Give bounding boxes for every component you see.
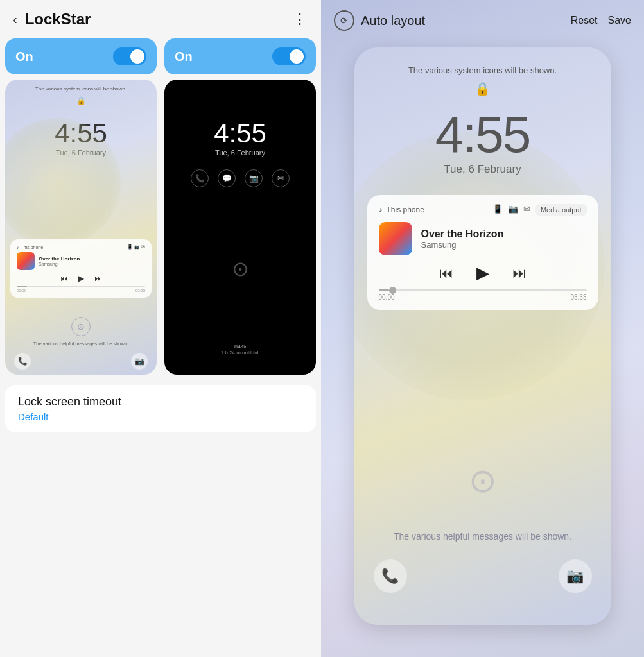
auto-layout-title: Auto layout [361, 13, 425, 28]
toggle-row: On On [0, 38, 321, 74]
mcl-mail-icon: ✉ [523, 204, 530, 216]
note-icon: ♪ [17, 245, 19, 250]
dark-preview[interactable]: 4:55 Tue, 6 February 📞 💬 📷 ✉ ⊙ 84% 1 h 2… [164, 80, 316, 375]
mcl-header: ♪ This phone 📱 📷 ✉ Media output [379, 204, 587, 216]
mcl-prev-icon[interactable]: ⏮ [439, 265, 453, 282]
refresh-icon: ⟳ [340, 15, 348, 26]
light-music-title: Over the Horizon [39, 256, 145, 262]
light-lock-icon: 🔒 [76, 96, 86, 105]
dark-fingerprint: ⊙ [232, 257, 249, 281]
auto-layout-icon: ⟳ [334, 10, 354, 31]
mcl-progress-dot [389, 287, 396, 294]
mcl-device-icon: 📱 [492, 204, 503, 216]
mcl-times: 00:00 03:33 [379, 294, 587, 301]
mcl-note-icon: ♪ [379, 205, 383, 214]
preview-row: The various system icons will be shown. … [0, 80, 321, 375]
light-music-source: ♪ This phone [17, 245, 43, 250]
light-top-message: The various system icons will be shown. [5, 86, 157, 92]
lock-timeout-section[interactable]: Lock screen timeout Default [5, 385, 316, 432]
lp-time: 4:55 [435, 105, 530, 164]
lp-date: Tue, 6 February [444, 163, 521, 176]
dark-battery-percent: 84% [164, 343, 316, 350]
lock-timeout-value[interactable]: Default [18, 411, 303, 422]
dark-cam-icon[interactable]: 📷 [245, 169, 263, 187]
light-fingerprint-hint: ⊙ [71, 317, 91, 336]
light-progress-fill [17, 286, 27, 287]
more-button[interactable]: ⋮ [293, 11, 308, 28]
mcl-info: Over the Horizon Samsung [421, 228, 587, 250]
right-header: ⟳ Auto layout Reset Save [321, 0, 644, 41]
next-icon[interactable]: ⏭ [94, 274, 102, 283]
light-music-controls: ⏮ ▶ ⏭ [17, 274, 145, 283]
back-button[interactable]: ‹ [13, 12, 17, 27]
mcl-source: ♪ This phone [379, 205, 424, 214]
large-phone-preview: The various system icons will be shown. … [354, 47, 611, 625]
dark-battery-text: 1 h 24 m until full [164, 350, 316, 355]
right-header-actions: Reset Save [571, 15, 631, 26]
header-left: ‹ LockStar [13, 10, 91, 28]
dark-time: 4:55 [214, 118, 266, 149]
mcl-progress-fill [379, 289, 389, 291]
toggle-switch-2[interactable] [272, 47, 306, 65]
mcl-title: Over the Horizon [421, 228, 587, 240]
right-header-left: ⟳ Auto layout [334, 10, 425, 31]
mcl-controls: ⏮ ▶ ⏭ [379, 263, 587, 283]
light-bottom-bar: 📞 📷 [5, 353, 157, 370]
toggle-label-2: On [175, 49, 193, 64]
play-icon[interactable]: ▶ [78, 274, 84, 283]
lp-fingerprint: ⊙ [469, 461, 497, 500]
reset-button[interactable]: Reset [571, 15, 598, 26]
mcl-next-icon[interactable]: ⏭ [512, 265, 527, 282]
mcl-artist: Samsung [421, 240, 587, 250]
prev-icon[interactable]: ⏮ [60, 274, 68, 283]
light-media-icons: 📱 📷 ✉ [127, 244, 145, 250]
dark-msg-icon[interactable]: 💬 [218, 169, 236, 187]
toggle-card-2[interactable]: On [164, 38, 316, 74]
lp-lock-icon: 🔒 [474, 81, 491, 96]
mcl-source-text: This phone [387, 205, 424, 214]
dark-icons-row: 📞 💬 📷 ✉ [191, 169, 290, 187]
lp-phone-icon[interactable]: 📞 [374, 559, 407, 593]
mcl-thumb [379, 222, 412, 255]
mcl-media-output[interactable]: Media output [535, 204, 587, 216]
phone-icon[interactable]: 📞 [14, 353, 31, 370]
dark-mail-icon[interactable]: ✉ [272, 169, 290, 187]
light-progress-times: 00:00 03:33 [17, 289, 145, 293]
lp-top-message: The various system icons will be shown. [354, 65, 611, 75]
save-button[interactable]: Save [608, 15, 631, 26]
phone-preview-container: The various system icons will be shown. … [321, 41, 644, 657]
lp-bottom-bar: 📞 📷 [354, 559, 611, 593]
mcl-time-end: 03:33 [570, 294, 586, 301]
light-music-thumb [17, 252, 35, 270]
mcl-progress-bar [379, 289, 587, 291]
time-end: 03:33 [135, 289, 145, 293]
light-progress-bar [17, 286, 145, 287]
app-title: LockStar [25, 10, 91, 28]
lp-music-card: ♪ This phone 📱 📷 ✉ Media output Over the… [367, 195, 598, 310]
light-bottom-message: The various helpful messages will be sho… [5, 341, 157, 346]
toggle-label-1: On [15, 49, 33, 64]
lp-bottom-message: The various helpful messages will be sho… [354, 531, 611, 542]
dark-battery: 84% 1 h 24 m until full [164, 343, 316, 355]
light-music-info: Over the Horizon Samsung [39, 256, 145, 266]
toggle-switch-1[interactable] [113, 47, 146, 65]
lock-timeout-title: Lock screen timeout [18, 395, 303, 409]
mcl-action-icons: 📱 📷 ✉ Media output [492, 204, 587, 216]
light-music-artist: Samsung [39, 262, 145, 266]
camera-icon[interactable]: 📷 [131, 353, 148, 370]
right-panel: ⟳ Auto layout Reset Save The various sys… [321, 0, 644, 657]
light-preview[interactable]: The various system icons will be shown. … [5, 80, 157, 375]
light-music-card: ♪ This phone 📱 📷 ✉ Over the Horizon Sams… [10, 239, 152, 298]
lp-camera-icon[interactable]: 📷 [559, 559, 592, 593]
toggle-card-1[interactable]: On [5, 38, 157, 74]
mcl-time-start: 00:00 [379, 294, 395, 301]
dark-date: Tue, 6 February [215, 149, 265, 157]
app-header: ‹ LockStar ⋮ [0, 0, 321, 38]
left-panel: ‹ LockStar ⋮ On On The various system ic… [0, 0, 321, 657]
mcl-play-icon[interactable]: ▶ [476, 263, 489, 283]
time-start: 00:00 [17, 289, 26, 293]
mcl-body: Over the Horizon Samsung [379, 222, 587, 255]
dark-phone-icon[interactable]: 📞 [191, 169, 209, 187]
mcl-cam-icon: 📷 [508, 204, 518, 216]
